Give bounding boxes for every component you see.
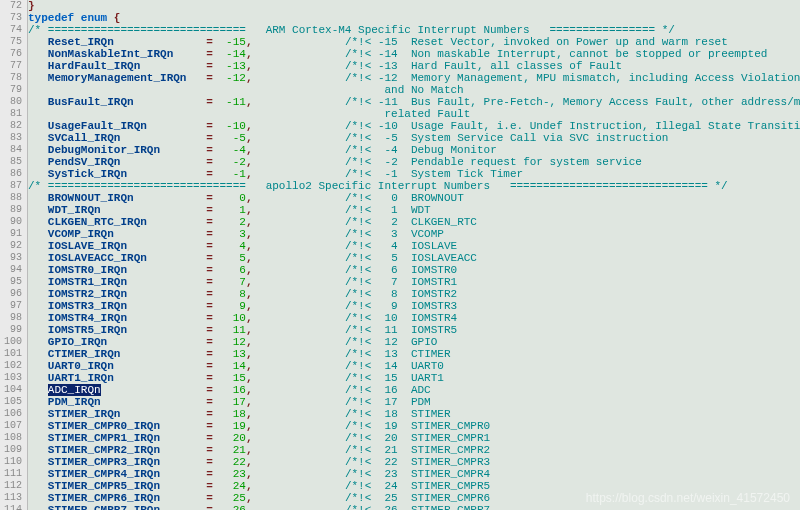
enum-ident[interactable]: Reset_IRQn — [48, 36, 114, 48]
code-line[interactable]: /* ============================== apollo… — [28, 180, 800, 192]
enum-ident[interactable]: IOMSTR5_IRQn — [48, 324, 127, 336]
enum-ident[interactable]: BROWNOUT_IRQn — [48, 192, 134, 204]
code-line[interactable]: STIMER_CMPR4_IRQn = 23, /*!< 23 STIMER_C… — [28, 468, 800, 480]
enum-comment: /*!< -12 Memory Management, MPU mismatch… — [345, 72, 800, 84]
enum-ident[interactable]: SVCall_IRQn — [48, 132, 121, 144]
code-line[interactable]: WDT_IRQn = 1, /*!< 1 WDT — [28, 204, 800, 216]
code-line[interactable]: SysTick_IRQn = -1, /*!< -1 System Tick T… — [28, 168, 800, 180]
enum-ident[interactable]: PendSV_IRQn — [48, 156, 121, 168]
code-line[interactable]: UsageFault_IRQn = -10, /*!< -10 Usage Fa… — [28, 120, 800, 132]
enum-comment: /*!< 4 IOSLAVE — [345, 240, 457, 252]
enum-value: -12 — [219, 72, 245, 84]
enum-ident[interactable]: SysTick_IRQn — [48, 168, 127, 180]
code-line[interactable]: UART0_IRQn = 14, /*!< 14 UART0 — [28, 360, 800, 372]
enum-ident[interactable]: IOMSTR3_IRQn — [48, 300, 127, 312]
code-line[interactable]: NonMaskableInt_IRQn = -14, /*!< -14 Non … — [28, 48, 800, 60]
enum-ident[interactable]: IOMSTR2_IRQn — [48, 288, 127, 300]
enum-ident[interactable]: IOMSTR1_IRQn — [48, 276, 127, 288]
code-line[interactable]: MemoryManagement_IRQn = -12, /*!< -12 Me… — [28, 72, 800, 84]
enum-ident[interactable]: PDM_IRQn — [48, 396, 101, 408]
code-line[interactable]: CLKGEN_RTC_IRQn = 2, /*!< 2 CLKGEN_RTC — [28, 216, 800, 228]
enum-ident[interactable]: CLKGEN_RTC_IRQn — [48, 216, 147, 228]
enum-ident[interactable]: UsageFault_IRQn — [48, 120, 147, 132]
code-line[interactable]: IOMSTR0_IRQn = 6, /*!< 6 IOMSTR0 — [28, 264, 800, 276]
selected-ident[interactable]: ADC_IRQn — [48, 384, 101, 396]
enum-ident[interactable]: STIMER_CMPR1_IRQn — [48, 432, 160, 444]
code-line[interactable]: } — [28, 0, 800, 12]
code-line[interactable]: and No Match — [28, 84, 800, 96]
code-line[interactable]: UART1_IRQn = 15, /*!< 15 UART1 — [28, 372, 800, 384]
enum-value: 3 — [219, 228, 245, 240]
enum-ident[interactable]: STIMER_CMPR7_IRQn — [48, 504, 160, 510]
enum-ident[interactable]: STIMER_IRQn — [48, 408, 121, 420]
enum-ident[interactable]: UART0_IRQn — [48, 360, 114, 372]
enum-ident[interactable]: STIMER_CMPR2_IRQn — [48, 444, 160, 456]
code-line[interactable]: STIMER_CMPR5_IRQn = 24, /*!< 24 STIMER_C… — [28, 480, 800, 492]
code-line[interactable]: IOMSTR1_IRQn = 7, /*!< 7 IOMSTR1 — [28, 276, 800, 288]
enum-comment: /*!< 11 IOMSTR5 — [345, 324, 457, 336]
code-line[interactable]: STIMER_CMPR7_IRQn = 26 /*!< 26 STIMER_CM… — [28, 504, 800, 510]
enum-ident[interactable]: GPIO_IRQn — [48, 336, 107, 348]
enum-ident[interactable]: STIMER_CMPR4_IRQn — [48, 468, 160, 480]
code-line[interactable]: STIMER_CMPR6_IRQn = 25, /*!< 25 STIMER_C… — [28, 492, 800, 504]
enum-ident[interactable]: HardFault_IRQn — [48, 60, 140, 72]
code-line[interactable]: SVCall_IRQn = -5, /*!< -5 System Service… — [28, 132, 800, 144]
enum-value: 17 — [219, 396, 245, 408]
code-line[interactable]: IOMSTR5_IRQn = 11, /*!< 11 IOMSTR5 — [28, 324, 800, 336]
enum-ident[interactable]: STIMER_CMPR3_IRQn — [48, 456, 160, 468]
code-line[interactable]: STIMER_CMPR1_IRQn = 20, /*!< 20 STIMER_C… — [28, 432, 800, 444]
enum-ident[interactable]: IOSLAVE_IRQn — [48, 240, 127, 252]
section-device-comment: /* ============================== apollo… — [28, 180, 728, 192]
code-line[interactable]: BusFault_IRQn = -11, /*!< -11 Bus Fault,… — [28, 96, 800, 108]
code-line[interactable]: VCOMP_IRQn = 3, /*!< 3 VCOMP — [28, 228, 800, 240]
code-line[interactable]: IOMSTR4_IRQn = 10, /*!< 10 IOMSTR4 — [28, 312, 800, 324]
enum-ident[interactable]: DebugMonitor_IRQn — [48, 144, 160, 156]
enum-comment: /*!< 9 IOMSTR3 — [345, 300, 457, 312]
code-line[interactable]: BROWNOUT_IRQn = 0, /*!< 0 BROWNOUT — [28, 192, 800, 204]
code-line[interactable]: GPIO_IRQn = 12, /*!< 12 GPIO — [28, 336, 800, 348]
enum-ident[interactable]: IOMSTR0_IRQn — [48, 264, 127, 276]
enum-comment: /*!< 22 STIMER_CMPR3 — [345, 456, 490, 468]
code-line[interactable]: ADC_IRQn = 16, /*!< 16 ADC — [28, 384, 800, 396]
enum-value: 14 — [219, 360, 245, 372]
code-line[interactable]: STIMER_CMPR0_IRQn = 19, /*!< 19 STIMER_C… — [28, 420, 800, 432]
code-line[interactable]: IOMSTR2_IRQn = 8, /*!< 8 IOMSTR2 — [28, 288, 800, 300]
enum-value: 15 — [219, 372, 245, 384]
enum-comment: /*!< -10 Usage Fault, i.e. Undef Instruc… — [345, 120, 800, 132]
enum-comment: /*!< 24 STIMER_CMPR5 — [345, 480, 490, 492]
enum-ident[interactable]: MemoryManagement_IRQn — [48, 72, 187, 84]
code-line[interactable]: STIMER_CMPR2_IRQn = 21, /*!< 21 STIMER_C… — [28, 444, 800, 456]
code-line[interactable]: STIMER_CMPR3_IRQn = 22, /*!< 22 STIMER_C… — [28, 456, 800, 468]
code-line[interactable]: Reset_IRQn = -15, /*!< -15 Reset Vector,… — [28, 36, 800, 48]
enum-value: 21 — [219, 444, 245, 456]
code-line[interactable]: /* ============================== ARM Co… — [28, 24, 800, 36]
code-line[interactable]: DebugMonitor_IRQn = -4, /*!< -4 Debug Mo… — [28, 144, 800, 156]
enum-ident[interactable]: UART1_IRQn — [48, 372, 114, 384]
enum-value: -4 — [219, 144, 245, 156]
code-line[interactable]: IOSLAVE_IRQn = 4, /*!< 4 IOSLAVE — [28, 240, 800, 252]
enum-ident[interactable]: IOSLAVEACC_IRQn — [48, 252, 147, 264]
code-line[interactable]: IOSLAVEACC_IRQn = 5, /*!< 5 IOSLAVEACC — [28, 252, 800, 264]
enum-comment: /*!< 1 WDT — [345, 204, 431, 216]
enum-ident[interactable]: WDT_IRQn — [48, 204, 101, 216]
enum-ident[interactable]: NonMaskableInt_IRQn — [48, 48, 173, 60]
enum-ident[interactable]: STIMER_CMPR6_IRQn — [48, 492, 160, 504]
enum-ident[interactable]: STIMER_CMPR0_IRQn — [48, 420, 160, 432]
code-line[interactable]: HardFault_IRQn = -13, /*!< -13 Hard Faul… — [28, 60, 800, 72]
code-line[interactable]: IOMSTR3_IRQn = 9, /*!< 9 IOMSTR3 — [28, 300, 800, 312]
enum-comment: /*!< -1 System Tick Timer — [345, 168, 523, 180]
code-line[interactable]: typedef enum { — [28, 12, 800, 24]
enum-value: 26 — [219, 504, 245, 510]
enum-ident[interactable]: IOMSTR4_IRQn — [48, 312, 127, 324]
enum-ident[interactable]: VCOMP_IRQn — [48, 228, 114, 240]
code-line[interactable]: related Fault — [28, 108, 800, 120]
code-area[interactable]: }typedef enum {/* ======================… — [28, 0, 800, 510]
code-line[interactable]: STIMER_IRQn = 18, /*!< 18 STIMER — [28, 408, 800, 420]
code-line[interactable]: CTIMER_IRQn = 13, /*!< 13 CTIMER — [28, 348, 800, 360]
enum-ident[interactable]: BusFault_IRQn — [48, 96, 134, 108]
enum-ident[interactable]: CTIMER_IRQn — [48, 348, 121, 360]
enum-ident[interactable]: STIMER_CMPR5_IRQn — [48, 480, 160, 492]
enum-comment: /*!< 6 IOMSTR0 — [345, 264, 457, 276]
code-line[interactable]: PDM_IRQn = 17, /*!< 17 PDM — [28, 396, 800, 408]
code-line[interactable]: PendSV_IRQn = -2, /*!< -2 Pendable reque… — [28, 156, 800, 168]
